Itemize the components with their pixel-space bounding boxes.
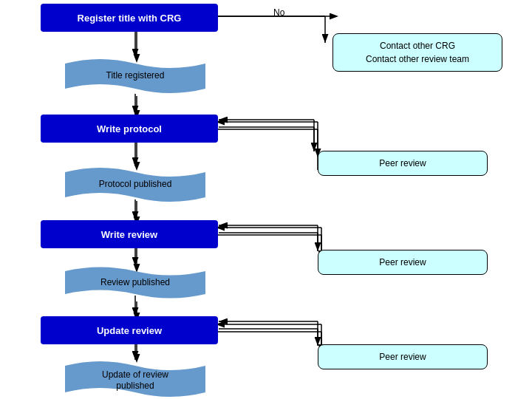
no-label: No [273, 7, 284, 18]
peer-review-2-label: Peer review [379, 257, 426, 267]
peer-review-3-box: Peer review [318, 344, 488, 369]
update-published-svg: Update of review published [65, 360, 205, 398]
peer-review-3-label: Peer review [379, 352, 426, 362]
write-review-box: Write review [41, 220, 218, 248]
peer-review-2-box: Peer review [318, 250, 488, 275]
write-protocol-box: Write protocol [41, 115, 218, 143]
register-title-box: Register title with CRG [41, 4, 218, 32]
contact-crg-box: Contact other CRG Contact other review t… [332, 33, 502, 72]
review-published-svg: Review published [65, 266, 205, 299]
title-registered-svg: Title registered [65, 58, 205, 95]
flowchart-diagram: Register title with CRG Title registered… [0, 0, 532, 399]
peer-review-1-box: Peer review [318, 151, 488, 176]
svg-text:Review published: Review published [100, 277, 170, 287]
peer-review-1-label: Peer review [379, 158, 426, 168]
protocol-published-svg: Protocol published [65, 166, 205, 203]
svg-text:Protocol published: Protocol published [99, 179, 172, 189]
svg-text:Update of review: Update of review [102, 369, 168, 380]
update-review-box: Update review [41, 316, 218, 344]
contact-crg-label: Contact other CRG Contact other review t… [366, 39, 469, 66]
svg-text:Title registered: Title registered [106, 70, 165, 81]
svg-text:published: published [116, 381, 154, 391]
